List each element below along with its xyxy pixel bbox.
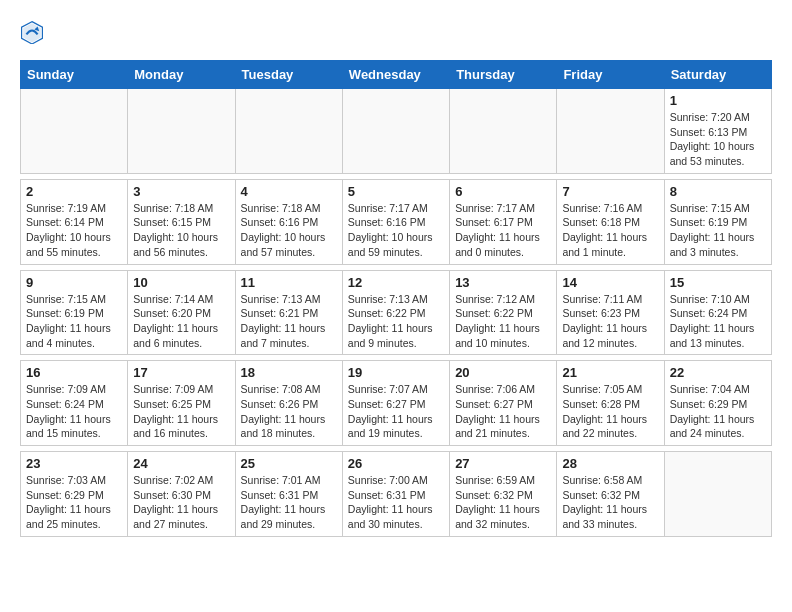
day-number: 17 [133,365,229,380]
day-info: Sunrise: 7:13 AM Sunset: 6:21 PM Dayligh… [241,292,337,351]
calendar-day-cell: 6Sunrise: 7:17 AM Sunset: 6:17 PM Daylig… [450,179,557,264]
calendar-day-cell [342,89,449,174]
calendar-day-cell: 11Sunrise: 7:13 AM Sunset: 6:21 PM Dayli… [235,270,342,355]
day-info: Sunrise: 7:18 AM Sunset: 6:16 PM Dayligh… [241,201,337,260]
calendar-day-cell: 15Sunrise: 7:10 AM Sunset: 6:24 PM Dayli… [664,270,771,355]
calendar-day-cell [557,89,664,174]
logo [20,20,48,44]
calendar-header-tuesday: Tuesday [235,61,342,89]
day-info: Sunrise: 7:09 AM Sunset: 6:24 PM Dayligh… [26,382,122,441]
day-info: Sunrise: 7:09 AM Sunset: 6:25 PM Dayligh… [133,382,229,441]
calendar-day-cell: 10Sunrise: 7:14 AM Sunset: 6:20 PM Dayli… [128,270,235,355]
calendar-day-cell: 5Sunrise: 7:17 AM Sunset: 6:16 PM Daylig… [342,179,449,264]
day-info: Sunrise: 7:01 AM Sunset: 6:31 PM Dayligh… [241,473,337,532]
day-number: 1 [670,93,766,108]
calendar-table: SundayMondayTuesdayWednesdayThursdayFrid… [20,60,772,537]
day-number: 4 [241,184,337,199]
calendar-header-sunday: Sunday [21,61,128,89]
calendar-header-friday: Friday [557,61,664,89]
calendar-day-cell: 2Sunrise: 7:19 AM Sunset: 6:14 PM Daylig… [21,179,128,264]
day-info: Sunrise: 7:19 AM Sunset: 6:14 PM Dayligh… [26,201,122,260]
day-info: Sunrise: 7:15 AM Sunset: 6:19 PM Dayligh… [26,292,122,351]
day-number: 26 [348,456,444,471]
day-number: 13 [455,275,551,290]
day-info: Sunrise: 7:13 AM Sunset: 6:22 PM Dayligh… [348,292,444,351]
day-info: Sunrise: 6:58 AM Sunset: 6:32 PM Dayligh… [562,473,658,532]
calendar-day-cell: 20Sunrise: 7:06 AM Sunset: 6:27 PM Dayli… [450,361,557,446]
calendar-day-cell: 17Sunrise: 7:09 AM Sunset: 6:25 PM Dayli… [128,361,235,446]
calendar-day-cell: 14Sunrise: 7:11 AM Sunset: 6:23 PM Dayli… [557,270,664,355]
day-info: Sunrise: 7:03 AM Sunset: 6:29 PM Dayligh… [26,473,122,532]
calendar-day-cell: 8Sunrise: 7:15 AM Sunset: 6:19 PM Daylig… [664,179,771,264]
calendar-week-row: 1Sunrise: 7:20 AM Sunset: 6:13 PM Daylig… [21,89,772,174]
calendar-day-cell: 23Sunrise: 7:03 AM Sunset: 6:29 PM Dayli… [21,452,128,537]
day-info: Sunrise: 7:16 AM Sunset: 6:18 PM Dayligh… [562,201,658,260]
day-number: 9 [26,275,122,290]
day-number: 12 [348,275,444,290]
day-number: 18 [241,365,337,380]
calendar-day-cell [128,89,235,174]
calendar-day-cell: 25Sunrise: 7:01 AM Sunset: 6:31 PM Dayli… [235,452,342,537]
calendar-day-cell: 1Sunrise: 7:20 AM Sunset: 6:13 PM Daylig… [664,89,771,174]
calendar-day-cell: 13Sunrise: 7:12 AM Sunset: 6:22 PM Dayli… [450,270,557,355]
calendar-header-wednesday: Wednesday [342,61,449,89]
calendar-day-cell: 16Sunrise: 7:09 AM Sunset: 6:24 PM Dayli… [21,361,128,446]
calendar-day-cell [664,452,771,537]
calendar-day-cell: 9Sunrise: 7:15 AM Sunset: 6:19 PM Daylig… [21,270,128,355]
day-number: 16 [26,365,122,380]
calendar-day-cell [21,89,128,174]
day-number: 6 [455,184,551,199]
day-number: 19 [348,365,444,380]
calendar-week-row: 2Sunrise: 7:19 AM Sunset: 6:14 PM Daylig… [21,179,772,264]
calendar-day-cell: 19Sunrise: 7:07 AM Sunset: 6:27 PM Dayli… [342,361,449,446]
calendar-day-cell: 3Sunrise: 7:18 AM Sunset: 6:15 PM Daylig… [128,179,235,264]
day-info: Sunrise: 7:18 AM Sunset: 6:15 PM Dayligh… [133,201,229,260]
day-info: Sunrise: 7:07 AM Sunset: 6:27 PM Dayligh… [348,382,444,441]
calendar-day-cell: 18Sunrise: 7:08 AM Sunset: 6:26 PM Dayli… [235,361,342,446]
day-number: 24 [133,456,229,471]
day-info: Sunrise: 7:04 AM Sunset: 6:29 PM Dayligh… [670,382,766,441]
calendar-day-cell: 24Sunrise: 7:02 AM Sunset: 6:30 PM Dayli… [128,452,235,537]
day-number: 23 [26,456,122,471]
day-info: Sunrise: 7:08 AM Sunset: 6:26 PM Dayligh… [241,382,337,441]
calendar-day-cell [235,89,342,174]
day-number: 22 [670,365,766,380]
calendar-day-cell: 12Sunrise: 7:13 AM Sunset: 6:22 PM Dayli… [342,270,449,355]
day-info: Sunrise: 7:10 AM Sunset: 6:24 PM Dayligh… [670,292,766,351]
calendar-day-cell: 21Sunrise: 7:05 AM Sunset: 6:28 PM Dayli… [557,361,664,446]
calendar-header-saturday: Saturday [664,61,771,89]
calendar-day-cell: 7Sunrise: 7:16 AM Sunset: 6:18 PM Daylig… [557,179,664,264]
calendar-day-cell: 4Sunrise: 7:18 AM Sunset: 6:16 PM Daylig… [235,179,342,264]
day-number: 11 [241,275,337,290]
day-number: 21 [562,365,658,380]
day-number: 2 [26,184,122,199]
day-info: Sunrise: 7:15 AM Sunset: 6:19 PM Dayligh… [670,201,766,260]
calendar-week-row: 9Sunrise: 7:15 AM Sunset: 6:19 PM Daylig… [21,270,772,355]
day-number: 10 [133,275,229,290]
calendar-header-thursday: Thursday [450,61,557,89]
day-info: Sunrise: 7:06 AM Sunset: 6:27 PM Dayligh… [455,382,551,441]
page-header [20,20,772,44]
day-info: Sunrise: 7:12 AM Sunset: 6:22 PM Dayligh… [455,292,551,351]
day-info: Sunrise: 7:02 AM Sunset: 6:30 PM Dayligh… [133,473,229,532]
calendar-week-row: 16Sunrise: 7:09 AM Sunset: 6:24 PM Dayli… [21,361,772,446]
day-info: Sunrise: 6:59 AM Sunset: 6:32 PM Dayligh… [455,473,551,532]
day-info: Sunrise: 7:17 AM Sunset: 6:17 PM Dayligh… [455,201,551,260]
calendar-week-row: 23Sunrise: 7:03 AM Sunset: 6:29 PM Dayli… [21,452,772,537]
day-info: Sunrise: 7:11 AM Sunset: 6:23 PM Dayligh… [562,292,658,351]
day-number: 5 [348,184,444,199]
day-number: 28 [562,456,658,471]
day-info: Sunrise: 7:05 AM Sunset: 6:28 PM Dayligh… [562,382,658,441]
day-info: Sunrise: 7:17 AM Sunset: 6:16 PM Dayligh… [348,201,444,260]
calendar-day-cell: 27Sunrise: 6:59 AM Sunset: 6:32 PM Dayli… [450,452,557,537]
svg-marker-0 [23,23,41,42]
day-number: 15 [670,275,766,290]
logo-icon [20,20,44,44]
calendar-header-monday: Monday [128,61,235,89]
day-info: Sunrise: 7:14 AM Sunset: 6:20 PM Dayligh… [133,292,229,351]
calendar-day-cell: 28Sunrise: 6:58 AM Sunset: 6:32 PM Dayli… [557,452,664,537]
day-info: Sunrise: 7:20 AM Sunset: 6:13 PM Dayligh… [670,110,766,169]
day-number: 3 [133,184,229,199]
calendar-day-cell: 22Sunrise: 7:04 AM Sunset: 6:29 PM Dayli… [664,361,771,446]
day-number: 27 [455,456,551,471]
